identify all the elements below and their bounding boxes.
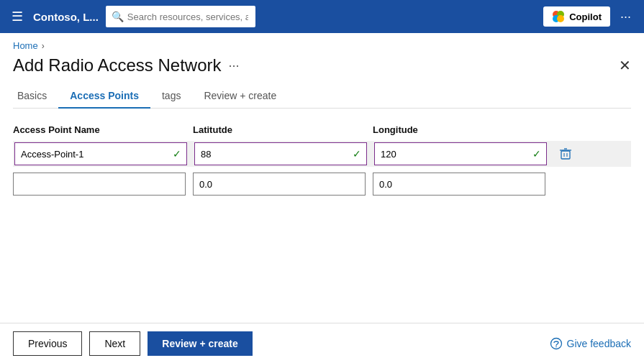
svg-point-3 — [557, 15, 564, 22]
tab-tags[interactable]: tags — [150, 84, 192, 109]
footer: Previous Next Review + create Give feedb… — [0, 323, 644, 363]
copilot-logo-icon — [552, 10, 565, 23]
col-header-name: Access Point Name — [13, 124, 186, 135]
page-more-icon[interactable]: ··· — [228, 58, 239, 73]
search-wrap: 🔍 — [106, 6, 408, 27]
copilot-button[interactable]: Copilot — [543, 6, 610, 27]
topbar-title: Contoso, L... — [33, 11, 99, 23]
table-headers: Access Point Name Latitutde Longitude — [13, 124, 631, 135]
delete-icon — [559, 147, 572, 160]
close-button[interactable]: ✕ — [619, 57, 631, 74]
search-icon: 🔍 — [112, 11, 124, 22]
name-cell-2 — [13, 173, 186, 196]
access-point-name-input-2[interactable] — [13, 173, 186, 196]
tab-access-points[interactable]: Access Points — [58, 84, 150, 109]
page-title: Add Radio Access Network — [13, 55, 221, 75]
page-header: Add Radio Access Network ··· ✕ — [0, 55, 644, 84]
next-button[interactable]: Next — [89, 331, 140, 356]
table-row: ✓ ✓ ✓ — [13, 141, 631, 167]
svg-point-10 — [555, 346, 557, 347]
lon-cell-2 — [373, 173, 545, 196]
topbar-more-icon[interactable]: ··· — [616, 6, 635, 27]
feedback-icon — [550, 337, 563, 350]
name-valid-icon-1: ✓ — [173, 148, 181, 160]
lon-valid-icon-1: ✓ — [532, 148, 541, 160]
tabs: Basics Access Points tags Review + creat… — [13, 84, 631, 109]
previous-button[interactable]: Previous — [13, 331, 82, 356]
table-row — [13, 173, 631, 196]
longitude-input-1[interactable] — [374, 142, 547, 165]
copilot-label: Copilot — [569, 12, 602, 22]
feedback-label: Give feedback — [567, 338, 632, 349]
tab-review-create[interactable]: Review + create — [192, 84, 288, 109]
content-area: Access Point Name Latitutde Longitude ✓ … — [0, 109, 644, 196]
col-header-lon: Longitude — [373, 124, 545, 135]
breadcrumb-separator: › — [42, 41, 45, 51]
latitude-input-1[interactable] — [194, 142, 367, 165]
tab-basics[interactable]: Basics — [13, 84, 58, 109]
lat-cell-1: ✓ — [194, 142, 367, 165]
breadcrumb-home[interactable]: Home — [13, 40, 38, 51]
lat-cell-2 — [193, 173, 366, 196]
name-cell-1: ✓ — [14, 142, 187, 165]
topbar-right: Copilot ··· — [543, 6, 635, 27]
svg-rect-4 — [561, 151, 570, 159]
longitude-input-2[interactable] — [373, 173, 545, 196]
hamburger-icon[interactable]: ☰ — [9, 6, 26, 27]
lon-cell-1: ✓ — [374, 142, 547, 165]
give-feedback-link[interactable]: Give feedback — [550, 337, 632, 350]
search-input[interactable] — [106, 6, 255, 27]
breadcrumb: Home › — [0, 33, 644, 55]
delete-row-1-button[interactable] — [554, 142, 577, 165]
review-create-button[interactable]: Review + create — [148, 331, 252, 356]
col-header-lat: Latitutde — [193, 124, 366, 135]
access-point-name-input-1[interactable] — [14, 142, 187, 165]
lat-valid-icon-1: ✓ — [353, 148, 361, 160]
topbar: ☰ Contoso, L... 🔍 Copilot ··· — [0, 0, 644, 33]
page-title-wrap: Add Radio Access Network ··· — [13, 55, 239, 75]
latitude-input-2[interactable] — [193, 173, 366, 196]
